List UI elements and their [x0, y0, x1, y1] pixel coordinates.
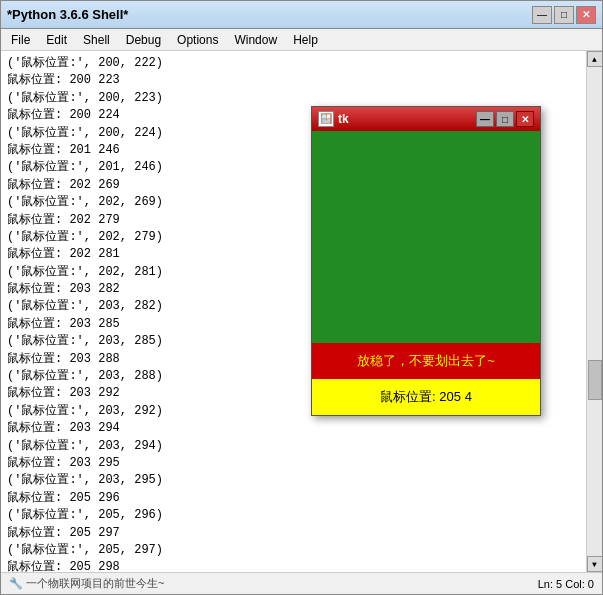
shell-line: 鼠标位置: 205 297: [7, 525, 580, 542]
close-button[interactable]: ✕: [576, 6, 596, 24]
title-controls: — □ ✕: [532, 6, 596, 24]
status-bar: 🔧 一个物联网项目的前世今生~ Ln: 5 Col: 0: [1, 572, 602, 594]
tk-minimize-button[interactable]: —: [476, 111, 494, 127]
shell-line: ('鼠标位置:', 205, 296): [7, 507, 580, 524]
tk-canvas: 放稳了，不要划出去了~ 鼠标位置: 205 4: [312, 131, 540, 415]
shell-line: ('鼠标位置:', 205, 297): [7, 542, 580, 559]
tk-title-bar: 🪟 tk — □ ✕: [312, 107, 540, 131]
main-content: ('鼠标位置:', 200, 222) 鼠标位置: 200 223 ('鼠标位置…: [1, 51, 602, 572]
shell-line: ('鼠标位置:', 203, 294): [7, 438, 580, 455]
menu-file[interactable]: File: [5, 31, 36, 49]
tk-maximize-button[interactable]: □: [496, 111, 514, 127]
shell-line: ('鼠标位置:', 203, 295): [7, 472, 580, 489]
menu-debug[interactable]: Debug: [120, 31, 167, 49]
shell-line: 鼠标位置: 203 295: [7, 455, 580, 472]
scroll-track[interactable]: [587, 67, 603, 556]
minimize-button[interactable]: —: [532, 6, 552, 24]
shell-line: 鼠标位置: 200 223: [7, 72, 580, 89]
tk-title-text: tk: [334, 112, 476, 126]
tk-window-icon: 🪟: [318, 111, 334, 127]
shell-line: 鼠标位置: 205 298: [7, 559, 580, 572]
scroll-thumb[interactable]: [588, 360, 602, 400]
tk-green-area: [312, 131, 540, 343]
shell-line: 鼠标位置: 203 294: [7, 420, 580, 437]
tk-red-bar: 放稳了，不要划出去了~: [312, 343, 540, 379]
status-logo: 🔧 一个物联网项目的前世今生~: [9, 576, 164, 591]
shell-line: ('鼠标位置:', 200, 223): [7, 90, 580, 107]
tk-close-button[interactable]: ✕: [516, 111, 534, 127]
status-position: Ln: 5 Col: 0: [538, 578, 594, 590]
tk-window: 🪟 tk — □ ✕ 放稳了，不要划出去了~ 鼠标位置: 205 4: [311, 106, 541, 416]
scroll-down-arrow[interactable]: ▼: [587, 556, 603, 572]
title-bar: *Python 3.6.6 Shell* — □ ✕: [1, 1, 602, 29]
maximize-button[interactable]: □: [554, 6, 574, 24]
menu-help[interactable]: Help: [287, 31, 324, 49]
menu-edit[interactable]: Edit: [40, 31, 73, 49]
shell-line: ('鼠标位置:', 200, 222): [7, 55, 580, 72]
tk-title-controls: — □ ✕: [476, 111, 534, 127]
scroll-up-arrow[interactable]: ▲: [587, 51, 603, 67]
tk-yellow-bar-text: 鼠标位置: 205 4: [380, 388, 472, 406]
menu-shell[interactable]: Shell: [77, 31, 116, 49]
shell-line: 鼠标位置: 205 296: [7, 490, 580, 507]
menu-window[interactable]: Window: [228, 31, 283, 49]
main-window: *Python 3.6.6 Shell* — □ ✕ File Edit She…: [0, 0, 603, 595]
main-title: *Python 3.6.6 Shell*: [7, 7, 128, 22]
menu-bar: File Edit Shell Debug Options Window Hel…: [1, 29, 602, 51]
tk-yellow-bar: 鼠标位置: 205 4: [312, 379, 540, 415]
menu-options[interactable]: Options: [171, 31, 224, 49]
tk-red-bar-text: 放稳了，不要划出去了~: [357, 352, 495, 370]
scrollbar[interactable]: ▲ ▼: [586, 51, 602, 572]
